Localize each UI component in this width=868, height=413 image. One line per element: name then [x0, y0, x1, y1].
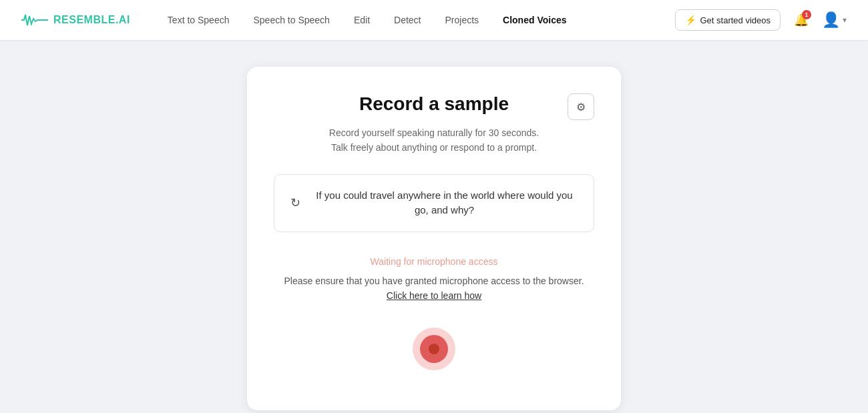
record-button[interactable] [413, 328, 455, 370]
nav-links: Text to Speech Speech to Speech Edit Det… [157, 9, 675, 31]
nav-text-to-speech[interactable]: Text to Speech [157, 9, 240, 31]
nav-cloned-voices[interactable]: Cloned Voices [492, 9, 577, 31]
notification-button[interactable]: 🔔 1 [791, 10, 811, 30]
nav-edit[interactable]: Edit [343, 9, 381, 31]
record-dot [429, 344, 439, 354]
main-content: Record a sample ⚙ Record yourself speaki… [0, 40, 868, 413]
user-avatar-icon: 👤 [822, 11, 840, 29]
mic-desc-before: Please ensure that you have granted micr… [284, 276, 546, 286]
logo-text: RESEMBLE.AI [53, 14, 130, 26]
learn-how-link[interactable]: Click here to learn how [387, 290, 481, 301]
record-card: Record a sample ⚙ Record yourself speaki… [247, 67, 621, 410]
nav-right: ⚡ Get started videos 🔔 1 👤 ▾ [675, 9, 847, 31]
navbar: RESEMBLE.AI Text to Speech Speech to Spe… [0, 0, 868, 40]
card-title: Record a sample [274, 93, 594, 115]
mic-waiting-text: Waiting for microphone access [274, 256, 594, 267]
subtitle-line1: Record yourself speaking naturally for 3… [329, 127, 539, 138]
mic-description: Please ensure that you have granted micr… [274, 274, 594, 304]
prompt-text: If you could travel anywhere in the worl… [311, 188, 578, 218]
microphone-status: Waiting for microphone access Please ens… [274, 256, 594, 304]
record-button-inner [420, 335, 448, 363]
gear-icon: ⚙ [576, 101, 586, 113]
card-header: Record a sample ⚙ [274, 93, 594, 115]
subtitle-line2: Talk freely about anything or respond to… [331, 142, 537, 153]
nav-projects[interactable]: Projects [434, 9, 489, 31]
refresh-prompt-button[interactable]: ↻ [290, 195, 300, 210]
bolt-icon: ⚡ [685, 15, 696, 25]
mic-desc-mid: browser. [549, 276, 584, 286]
nav-detect[interactable]: Detect [383, 9, 431, 31]
get-started-button[interactable]: ⚡ Get started videos [675, 9, 781, 31]
prompt-box: ↻ If you could travel anywhere in the wo… [274, 174, 594, 232]
logo[interactable]: RESEMBLE.AI [21, 12, 130, 28]
nav-speech-to-speech[interactable]: Speech to Speech [242, 9, 340, 31]
record-button-container [274, 328, 594, 370]
avatar-chevron-icon: ▾ [843, 15, 847, 25]
refresh-icon: ↻ [290, 195, 300, 210]
user-avatar-button[interactable]: 👤 ▾ [822, 11, 847, 29]
card-subtitle: Record yourself speaking naturally for 3… [274, 125, 594, 155]
get-started-label: Get started videos [700, 15, 771, 25]
notification-badge: 1 [802, 10, 811, 19]
settings-button[interactable]: ⚙ [568, 93, 594, 120]
